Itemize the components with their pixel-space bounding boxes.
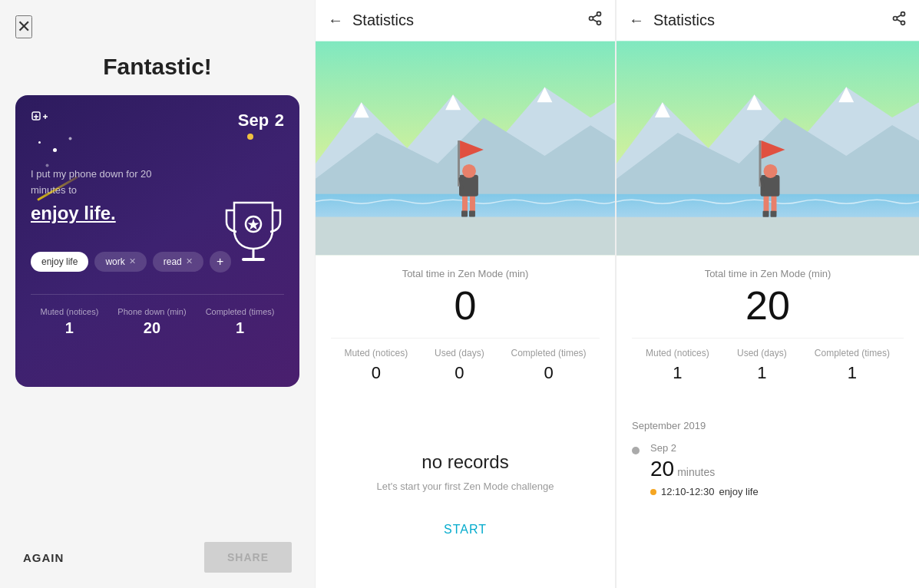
bottom-action-row: AGAIN SHARE (15, 542, 299, 573)
left-panel: ✕ Fantastic! Sep 2 I put my phone down (0, 0, 315, 588)
start-button[interactable]: START (428, 515, 502, 544)
no-records-section: no records Let's start your first Zen Mo… (316, 408, 615, 588)
center-sub-stats: Muted (notices) 0 Used (days) 0 Complete… (331, 338, 600, 383)
orange-dot (650, 489, 656, 495)
svg-point-7 (597, 12, 601, 16)
card-bold-phrase: enjoy life. (31, 199, 169, 228)
record-body: Sep 2 20 minutes 12:10-12:30 enjoy life (650, 442, 759, 497)
center-sub-completed-label: Completed (times) (511, 348, 587, 358)
record-time-tag: 12:10-12:30 enjoy life (650, 486, 759, 497)
right-back-button[interactable]: ← (629, 12, 644, 29)
svg-rect-21 (470, 194, 475, 213)
record-dot (632, 447, 640, 454)
card-stats: Muted (notices) 1 Phone down (min) 20 Co… (31, 294, 284, 337)
card-stat-muted: Muted (notices) 1 (41, 307, 99, 337)
record-duration-unit: minutes (677, 466, 715, 478)
svg-rect-44 (763, 211, 769, 217)
card-stat-muted-value: 1 (41, 319, 99, 337)
no-records-title: no records (421, 451, 508, 473)
tag-read-remove[interactable]: ✕ (186, 256, 193, 266)
svg-line-32 (897, 19, 901, 21)
svg-point-47 (764, 164, 778, 178)
center-stats-header: ← Statistics (316, 0, 615, 41)
svg-rect-43 (771, 194, 776, 213)
right-zen-time-value: 20 (632, 286, 904, 325)
record-date: Sep 2 (650, 442, 759, 454)
center-zen-time-value: 0 (331, 286, 600, 325)
record-duration-row: 20 minutes (650, 457, 759, 481)
svg-point-29 (901, 12, 905, 16)
center-share-icon[interactable] (587, 11, 603, 30)
svg-rect-41 (617, 217, 919, 256)
svg-point-31 (901, 21, 905, 25)
svg-rect-42 (764, 194, 769, 213)
tag-work-label: work (105, 256, 124, 267)
right-sub-stats: Muted (notices) 1 Used (days) 1 Complete… (632, 338, 904, 383)
right-stats-numbers: Total time in Zen Mode (min) 20 Muted (n… (617, 256, 919, 408)
right-sub-completed-value: 1 (815, 363, 890, 383)
right-share-icon[interactable] (891, 11, 907, 30)
right-sub-muted-value: 1 (646, 363, 709, 383)
card-stat-phone-value: 20 (117, 319, 186, 337)
tag-work-remove[interactable]: ✕ (129, 256, 136, 266)
oneplus-logo (31, 111, 52, 136)
center-sub-used-label: Used (days) (435, 348, 484, 358)
svg-rect-22 (461, 211, 468, 217)
month-label: September 2019 (632, 420, 904, 431)
tag-read-label: read (164, 256, 182, 267)
tag-enjoy-life[interactable]: enjoy life (31, 252, 88, 272)
svg-rect-23 (469, 211, 475, 217)
center-zen-time-label: Total time in Zen Mode (min) (331, 268, 600, 279)
svg-line-33 (897, 15, 901, 17)
right-sub-used-value: 1 (737, 363, 787, 383)
card-stat-completed: Completed (times) 1 (206, 307, 275, 337)
center-mountain-illustration (316, 41, 615, 256)
again-button[interactable]: AGAIN (23, 551, 64, 564)
tag-work[interactable]: work ✕ (94, 252, 146, 272)
center-sub-completed: Completed (times) 0 (511, 348, 587, 383)
record-duration-num: 20 (650, 457, 674, 481)
fantastic-title: Fantastic! (103, 54, 212, 80)
card-stat-completed-value: 1 (206, 319, 275, 337)
record-tag-label: enjoy life (719, 486, 758, 497)
center-sub-used-value: 0 (435, 363, 484, 383)
svg-line-10 (593, 19, 597, 21)
record-entry: Sep 2 20 minutes 12:10-12:30 enjoy life (632, 442, 904, 497)
svg-rect-45 (770, 211, 776, 217)
right-sub-used: Used (days) 1 (737, 348, 787, 383)
record-time-range: 12:10-12:30 (661, 486, 714, 497)
svg-point-25 (462, 164, 476, 178)
card-stars (38, 141, 41, 144)
center-sub-muted-label: Muted (notices) (344, 348, 408, 358)
center-back-button[interactable]: ← (328, 12, 343, 29)
card-top-row: Sep 2 (31, 111, 284, 136)
right-sub-used-label: Used (days) (737, 348, 787, 358)
svg-line-11 (593, 15, 597, 17)
date-num: 2 (275, 111, 284, 130)
center-sub-muted: Muted (notices) 0 (344, 348, 408, 383)
svg-rect-5 (242, 258, 265, 261)
right-sub-muted: Muted (notices) 1 (646, 348, 709, 383)
no-records-subtitle: Let's start your first Zen Mode challeng… (377, 481, 554, 492)
svg-rect-20 (462, 194, 468, 213)
svg-point-9 (597, 21, 601, 25)
center-panel: ← Statistics (315, 0, 616, 588)
svg-point-8 (590, 17, 593, 21)
right-sub-muted-label: Muted (notices) (646, 348, 709, 358)
gold-dot (247, 134, 253, 140)
close-button[interactable]: ✕ (15, 15, 32, 38)
card-stat-phone: Phone down (min) 20 (117, 307, 186, 337)
svg-rect-19 (316, 217, 615, 256)
share-button[interactable]: SHARE (204, 542, 292, 573)
card-main-text: I put my phone down for 20 minutes to en… (31, 167, 169, 228)
card-stat-muted-label: Muted (notices) (41, 307, 99, 316)
svg-point-30 (894, 17, 898, 21)
tag-read[interactable]: read ✕ (153, 252, 203, 272)
center-sub-muted-value: 0 (344, 363, 408, 383)
right-sub-completed-label: Completed (times) (815, 348, 890, 358)
right-sub-completed: Completed (times) 1 (815, 348, 890, 383)
right-zen-time-label: Total time in Zen Mode (min) (632, 268, 904, 279)
center-stats-title: Statistics (352, 12, 578, 29)
card-stat-completed-label: Completed (times) (206, 307, 275, 316)
date-badge: Sep 2 (238, 111, 284, 130)
